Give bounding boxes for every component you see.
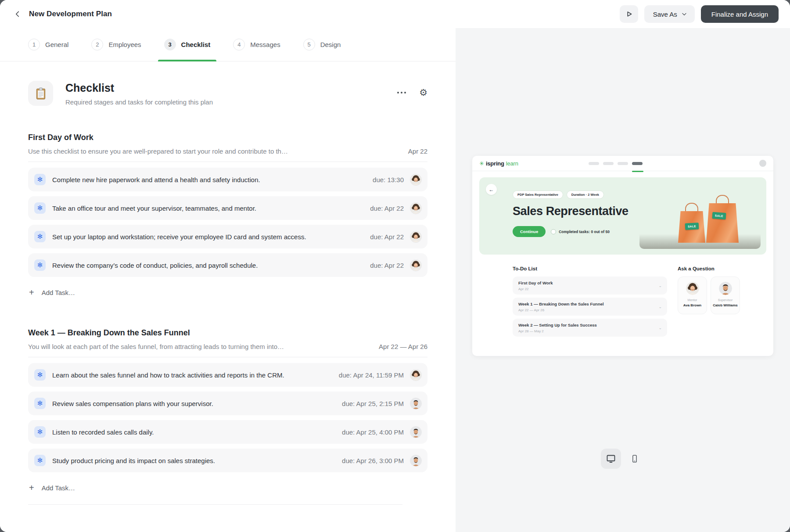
tab-employees[interactable]: 2 Employees (91, 28, 141, 61)
contact-name: Caleb Williams (713, 303, 737, 307)
assignee-avatar (410, 174, 422, 186)
gear-icon[interactable]: ⚙ (419, 88, 427, 97)
more-options-icon[interactable] (395, 90, 408, 95)
task-row[interactable]: ✻ Complete new hire paperwork and attend… (28, 168, 427, 191)
clipboard-icon (28, 81, 53, 106)
sale-tag: SALE (712, 212, 726, 219)
assignee-avatar (410, 202, 422, 214)
tab-general-label: General (45, 41, 68, 48)
divider (28, 357, 427, 357)
add-task-button[interactable]: + Add Task… (28, 477, 76, 498)
tab-messages[interactable]: 4 Messages (233, 28, 280, 61)
task-asterisk-icon: ✻ (34, 455, 46, 466)
logo-product: learn (506, 160, 518, 167)
checklist-section-first-day: First Day of Work Use this checklist to … (28, 133, 427, 303)
checklist-titles: Checklist Required stages and tasks for … (65, 81, 213, 106)
continue-button: Continue (513, 226, 546, 237)
todo-item: Week 2 — Setting Up for Sales Success Ap… (513, 319, 667, 337)
tab-design[interactable]: 5 Design (303, 28, 341, 61)
play-icon (624, 9, 634, 19)
nav-pill (618, 162, 628, 165)
preview-play-button[interactable] (620, 5, 638, 23)
preview-user-avatar (759, 160, 766, 167)
hero-cta-row: Continue Completed tasks: 0 out of 50 (513, 226, 628, 237)
task-due: due: Apr 25, 4:00 PM (342, 428, 404, 436)
app-window: New Development Plan Save As Finalize an… (0, 0, 790, 532)
assignee-avatar (410, 398, 422, 410)
task-row[interactable]: ✻ Study product pricing and its impact o… (28, 449, 427, 472)
contact-role: Mentor (688, 298, 697, 302)
task-row[interactable]: ✻ Learn about the sales funnel and how t… (28, 363, 427, 387)
task-asterisk-icon: ✻ (34, 426, 46, 438)
task-row[interactable]: ✻ Review the company’s code of conduct, … (28, 253, 427, 277)
back-button[interactable] (11, 8, 24, 20)
checklist-content: Checklist Required stages and tasks for … (0, 61, 456, 505)
todo-list: To-Do List First Day of Work Apr 22 ⌄ (513, 266, 667, 340)
add-task-label: Add Task… (42, 484, 75, 492)
tab-design-number: 5 (303, 39, 315, 50)
assignee-avatar (410, 426, 422, 438)
contact-name: Ava Brown (683, 303, 702, 307)
preview-hero: ← PDP Sales Representative Duration · 2 … (479, 177, 766, 255)
chevron-down-icon: ⌄ (658, 326, 662, 330)
device-preview-toggle (601, 449, 645, 469)
finalize-and-assign-button[interactable]: Finalize and Assign (701, 5, 779, 23)
task-row[interactable]: ✻ Review sales compensation plans with y… (28, 392, 427, 415)
task-text: Learn about the sales funnel and how to … (52, 371, 284, 379)
save-as-label: Save As (653, 11, 677, 18)
add-task-button[interactable]: + Add Task… (28, 282, 76, 303)
tab-employees-label: Employees (108, 41, 141, 48)
assignee-avatar (410, 455, 422, 467)
section-description: Use this checklist to ensure you are wel… (28, 147, 288, 155)
tab-messages-label: Messages (250, 41, 280, 48)
todo-heading: To-Do List (513, 266, 667, 271)
completed-tasks: Completed tasks: 0 out of 50 (551, 229, 610, 234)
preview-nav-pills (589, 162, 643, 165)
avatar (686, 282, 699, 295)
task-asterisk-icon: ✻ (34, 174, 46, 185)
top-bar: New Development Plan Save As Finalize an… (0, 0, 790, 28)
task-row[interactable]: ✻ Listen to recorded sales calls daily. … (28, 420, 427, 444)
plus-icon: + (29, 483, 34, 492)
nav-pill (589, 162, 599, 165)
topbar-actions: Save As Finalize and Assign (620, 5, 779, 23)
ispring-logo-mark-icon: ✳ (479, 161, 484, 166)
save-as-button[interactable]: Save As (644, 5, 695, 23)
task-asterisk-icon: ✻ (34, 369, 46, 381)
avatar (719, 282, 732, 295)
divider (28, 162, 427, 162)
task-row[interactable]: ✻ Take an office tour and meet your supe… (28, 196, 427, 220)
editor-panel: 1 General 2 Employees 3 Checklist 4 Mess… (0, 28, 456, 532)
mobile-preview-button[interactable] (625, 449, 645, 469)
tab-checklist[interactable]: 3 Checklist (164, 28, 211, 61)
tab-general[interactable]: 1 General (28, 28, 68, 61)
task-text: Study product pricing and its impact on … (52, 457, 215, 464)
progress-circle-icon (551, 229, 556, 234)
section-meta: Use this checklist to ensure you are wel… (28, 147, 427, 155)
chevron-down-icon: ⌄ (658, 284, 662, 288)
ispring-learn-logo: ✳ ispring learn (479, 160, 518, 167)
chevron-down-icon: ⌄ (658, 305, 662, 309)
task-due: due: Apr 25, 2:15 PM (342, 400, 404, 407)
todo-item-dates: Apr 28 — May 2 (518, 329, 597, 333)
task-due: due: Apr 24, 11:59 PM (339, 371, 404, 379)
task-due: due: 13:30 (373, 176, 404, 183)
page-title: New Development Plan (29, 10, 112, 18)
todo-item-title: First Day of Work (518, 280, 553, 285)
tab-messages-number: 4 (233, 39, 245, 50)
checklist-header: Checklist Required stages and tasks for … (28, 81, 427, 106)
task-row[interactable]: ✻ Set up your laptop and workstation; re… (28, 225, 427, 248)
shopping-bag: SALE (706, 195, 739, 243)
active-nav-underline (632, 171, 643, 172)
task-text: Listen to recorded sales calls daily. (52, 428, 154, 436)
todo-item: First Day of Work Apr 22 ⌄ (513, 277, 667, 295)
preview-main: To-Do List First Day of Work Apr 22 ⌄ (472, 255, 773, 340)
task-text: Take an office tour and meet your superv… (52, 205, 256, 212)
task-due: due: Apr 26, 3:00 PM (342, 457, 404, 464)
task-asterisk-icon: ✻ (34, 398, 46, 409)
todo-item-title: Week 2 — Setting Up for Sales Success (518, 323, 597, 327)
desktop-preview-button[interactable] (601, 449, 621, 469)
chevron-left-icon (13, 9, 22, 19)
section-title: First Day of Work (28, 133, 427, 142)
preview-header: ✳ ispring learn (472, 156, 773, 171)
